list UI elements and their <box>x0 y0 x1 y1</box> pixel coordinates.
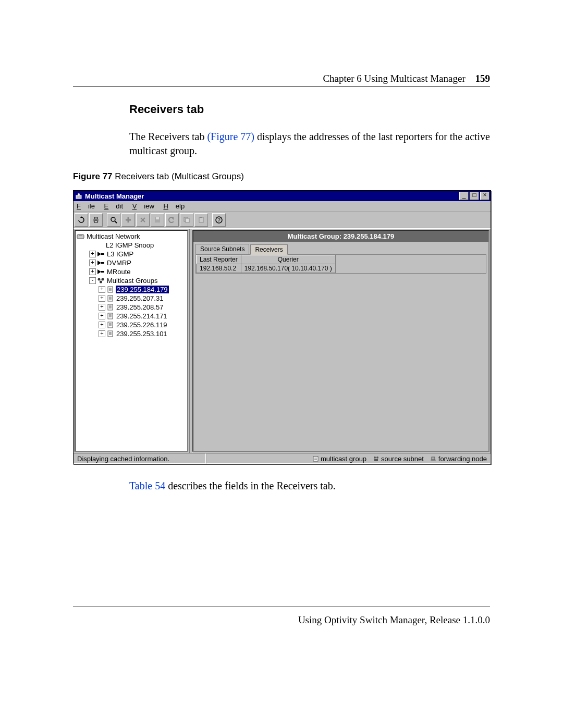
tree-expander[interactable]: - <box>89 277 96 284</box>
table-ref-link[interactable]: Table 54 <box>129 480 165 491</box>
tree-item[interactable]: +239.255.226.119 <box>77 320 186 329</box>
forwarding-node-icon <box>430 455 437 462</box>
tree-item[interactable]: L2 IGMP Snoop <box>77 241 186 250</box>
svg-marker-25 <box>97 269 101 274</box>
network-icon <box>77 233 84 240</box>
menu-bar: File Edit View Help <box>74 201 491 212</box>
page-icon <box>106 304 114 311</box>
menu-file[interactable]: File <box>77 202 95 210</box>
tree-expander[interactable]: + <box>89 260 96 266</box>
menu-edit[interactable]: Edit <box>104 202 123 210</box>
page-icon <box>106 286 114 293</box>
tree-item[interactable]: +MRoute <box>77 267 186 276</box>
refresh-icon[interactable] <box>75 213 88 227</box>
tree-item[interactable]: +239.255.207.31 <box>77 294 186 303</box>
menu-view[interactable]: View <box>132 202 154 210</box>
svg-point-5 <box>111 217 115 221</box>
col-last-reporter[interactable]: Last Reporter <box>197 255 241 264</box>
tree-expander[interactable]: + <box>89 268 96 275</box>
svg-point-1 <box>78 193 80 195</box>
tab-row: Source Subnets Receivers <box>193 242 488 254</box>
post-figure-paragraph: Table 54 describes the fields in the Rec… <box>73 480 490 492</box>
status-text: Displaying cached information. <box>74 453 206 464</box>
svg-rect-54 <box>313 456 318 461</box>
figure-ref-link[interactable]: (Figure 77) <box>207 131 254 142</box>
paste-icon <box>194 213 208 227</box>
print-icon[interactable] <box>89 213 103 227</box>
arrow-icon <box>97 268 105 275</box>
page-icon <box>106 313 114 319</box>
tree-expander[interactable]: + <box>99 295 105 302</box>
intro-paragraph: The Receivers tab (Figure 77) displays t… <box>129 130 490 158</box>
multicast-group-icon <box>312 455 319 462</box>
arrow-icon <box>97 251 105 257</box>
zoom-icon[interactable] <box>107 213 120 227</box>
svg-point-57 <box>374 456 376 459</box>
svg-point-27 <box>98 278 101 281</box>
tree-expander[interactable]: + <box>99 313 105 319</box>
page-icon <box>106 295 114 302</box>
tree-item[interactable]: +DVMRP <box>77 258 186 267</box>
undo-icon <box>165 213 179 227</box>
data-grid[interactable]: Last Reporter Querier 192.168.50.2 192.1… <box>195 254 486 274</box>
tree-item-label: DVMRP <box>106 259 132 267</box>
svg-rect-61 <box>432 457 435 460</box>
tree-item-label: 239.255.253.101 <box>116 330 168 338</box>
add-icon <box>121 213 135 227</box>
save-icon <box>151 213 164 227</box>
col-querier[interactable]: Querier <box>241 255 335 264</box>
page-icon <box>106 330 114 337</box>
tree-item[interactable]: +239.255.214.171 <box>77 312 186 320</box>
help-icon[interactable]: ? <box>212 213 226 227</box>
tree-item-label: MRoute <box>106 268 131 276</box>
svg-point-58 <box>376 456 378 459</box>
tree-item-label: 239.255.226.119 <box>116 321 168 329</box>
line-icon <box>96 242 104 249</box>
app-window: Multicast Manager _ □ × File Edit View H… <box>73 190 491 464</box>
close-button[interactable]: × <box>480 192 489 200</box>
tree-panel[interactable]: Multicast Network L2 IGMP Snoop+L3 IGMP+… <box>75 230 188 452</box>
page-footer: Using Optivity Switch Manager, Release 1… <box>73 607 490 626</box>
svg-rect-16 <box>200 217 202 218</box>
status-bar: Displaying cached information. multicast… <box>74 453 491 464</box>
tree-item-label: 239.255.208.57 <box>116 303 164 311</box>
tree-expander[interactable]: + <box>99 322 105 328</box>
app-icon <box>75 192 83 200</box>
tree-item-label: L2 IGMP Snoop <box>105 241 154 249</box>
menu-help[interactable]: Help <box>163 202 185 210</box>
svg-rect-19 <box>77 235 84 239</box>
tree-item-label: L3 IGMP <box>106 250 134 258</box>
tree-expander[interactable]: + <box>89 251 96 257</box>
svg-rect-4 <box>94 221 97 223</box>
page-number: 159 <box>475 73 491 84</box>
svg-rect-20 <box>79 236 82 236</box>
status-legend: multicast group source subnet forwarding… <box>206 453 491 464</box>
arrow-icon <box>97 260 105 266</box>
toolbar: ? <box>74 212 491 228</box>
maximize-button[interactable]: □ <box>470 192 479 200</box>
figure-caption: Figure 77 Receivers tab (Multicast Group… <box>73 171 490 182</box>
tree-expander[interactable]: + <box>99 330 105 337</box>
minimize-button[interactable]: _ <box>459 192 469 200</box>
tree-item[interactable]: +239.255.253.101 <box>77 329 186 338</box>
tab-receivers[interactable]: Receivers <box>250 244 287 255</box>
tree-item[interactable]: -Multicast Groups <box>77 276 186 285</box>
title-bar[interactable]: Multicast Manager _ □ × <box>74 191 491 201</box>
svg-marker-23 <box>97 261 101 265</box>
page-header: Chapter 6 Using Multicast Manager 159 <box>73 73 490 87</box>
tree-root[interactable]: Multicast Network <box>77 232 186 241</box>
tree-item-label: Multicast Groups <box>106 277 158 285</box>
content-panel: Multicast Group: 239.255.184.179 Source … <box>192 230 489 452</box>
copy-icon <box>180 213 193 227</box>
tree-item[interactable]: +L3 IGMP <box>77 250 186 258</box>
tree-expander[interactable]: + <box>99 286 105 293</box>
tree-item[interactable]: +239.255.184.179 <box>77 285 186 294</box>
tree-item-label: 239.255.214.171 <box>116 312 168 320</box>
groups-icon <box>97 277 105 284</box>
svg-point-29 <box>100 281 102 283</box>
tree-expander[interactable]: + <box>99 304 105 311</box>
table-row[interactable]: 192.168.50.2 192.168.50.170( 10.10.40.17… <box>197 264 336 273</box>
tree-item[interactable]: +239.255.208.57 <box>77 303 186 312</box>
tab-source-subnets[interactable]: Source Subnets <box>195 244 249 254</box>
svg-rect-59 <box>374 459 378 461</box>
